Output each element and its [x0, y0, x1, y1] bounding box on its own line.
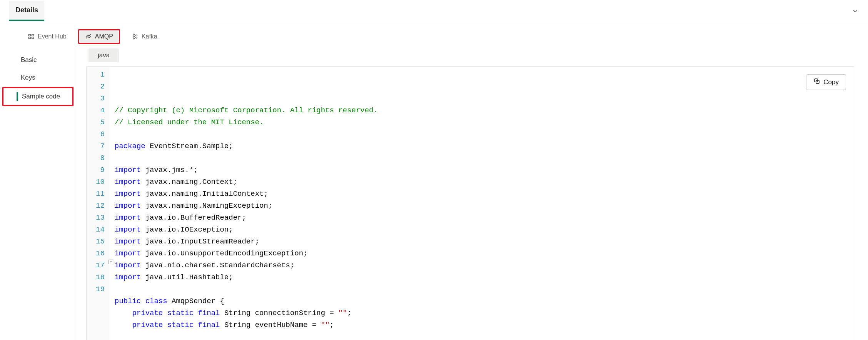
- copy-icon: [813, 78, 820, 87]
- protocol-tab-label: Kafka: [142, 33, 157, 40]
- svg-rect-3: [32, 37, 34, 39]
- main-area: Basic Keys Sample code java Copy: [0, 48, 868, 340]
- code-line: public class AmqpSender {: [115, 295, 848, 307]
- protocol-tabs: Event Hub AMQP Kafka: [0, 22, 868, 48]
- content-area: java Copy 12345678910111213141516171819 …: [76, 48, 868, 340]
- code-line: import javax.naming.InitialContext;: [115, 188, 848, 200]
- svg-point-4: [133, 34, 134, 35]
- kafka-icon: [132, 33, 139, 40]
- svg-rect-1: [32, 35, 34, 36]
- code-line: import java.io.InputStreamReader;: [115, 236, 848, 248]
- code-line: import javax.naming.NamingException;: [115, 200, 848, 212]
- line-number: 11: [96, 188, 105, 200]
- code-body[interactable]: // Copyright (c) Microsoft Corporation. …: [109, 67, 854, 340]
- code-line: // Licensed under the MIT License.: [115, 117, 848, 128]
- code-line: import javax.jms.*;: [115, 164, 848, 176]
- protocol-tab-label: AMQP: [95, 33, 113, 40]
- line-number: 12: [96, 200, 105, 212]
- code-line: // Copyright (c) Microsoft Corporation. …: [115, 105, 848, 117]
- line-number: 8: [96, 152, 105, 164]
- line-number: 4: [96, 105, 105, 117]
- collapse-chevron-icon[interactable]: [852, 8, 859, 15]
- copy-button-label: Copy: [823, 78, 839, 86]
- line-number: 3: [96, 93, 105, 105]
- code-line: import java.io.IOException;: [115, 224, 848, 236]
- line-number: 15: [96, 236, 105, 248]
- svg-rect-2: [28, 37, 30, 39]
- code-line: package EventStream.Sample;: [115, 140, 848, 152]
- amqp-icon: [85, 33, 92, 40]
- svg-rect-0: [28, 35, 30, 36]
- code-line: import java.io.BufferedReader;: [115, 212, 848, 224]
- protocol-tab-eventhub[interactable]: Event Hub: [22, 31, 72, 42]
- eventhub-icon: [28, 33, 35, 40]
- protocol-tab-label: Event Hub: [38, 33, 67, 40]
- line-number: 7: [96, 140, 105, 152]
- sidebar-item-keys[interactable]: Keys: [2, 69, 73, 86]
- line-number: 9: [96, 164, 105, 176]
- protocol-tab-amqp[interactable]: AMQP: [80, 31, 119, 42]
- code-line: import java.io.UnsupportedEncodingExcept…: [115, 248, 848, 260]
- code-line: private static final String connectionSt…: [115, 307, 848, 319]
- sidebar: Basic Keys Sample code: [0, 48, 76, 340]
- code-line: [115, 128, 848, 140]
- line-number: 19: [96, 283, 105, 295]
- line-number: 2: [96, 81, 105, 93]
- line-number: 13: [96, 212, 105, 224]
- code-line: private static final String eventHubName…: [115, 319, 848, 331]
- code-line: import java.nio.charset.StandardCharsets…: [115, 260, 848, 272]
- sidebar-item-sample-code[interactable]: Sample code: [3, 88, 72, 105]
- tab-details[interactable]: Details: [9, 1, 44, 21]
- sidebar-item-wrapper: Basic: [2, 52, 73, 68]
- code-line: [115, 152, 848, 164]
- line-number: 17: [96, 260, 105, 272]
- highlight-amqp: AMQP: [78, 29, 120, 44]
- svg-point-6: [133, 38, 134, 39]
- code-area: 12345678910111213141516171819 // Copyrig…: [87, 67, 854, 340]
- line-number: 14: [96, 224, 105, 236]
- line-number: 16: [96, 248, 105, 260]
- code-line: [115, 283, 848, 295]
- details-header: Details: [0, 0, 868, 22]
- highlight-sample-code: Sample code: [2, 87, 73, 106]
- language-chip-java[interactable]: java: [88, 48, 119, 62]
- svg-point-7: [136, 35, 137, 36]
- svg-line-12: [134, 37, 136, 38]
- line-number: 10: [96, 176, 105, 188]
- fold-toggle-icon[interactable]: −: [108, 260, 113, 264]
- line-number: 18: [96, 272, 105, 283]
- svg-point-8: [136, 37, 137, 38]
- sidebar-item-basic[interactable]: Basic: [2, 52, 73, 68]
- sidebar-item-wrapper: Keys: [2, 69, 73, 86]
- line-gutter: 12345678910111213141516171819: [87, 67, 109, 340]
- line-number: 1: [96, 69, 105, 81]
- code-line: import javax.naming.Context;: [115, 176, 848, 188]
- code-line: import java.util.Hashtable;: [115, 272, 848, 283]
- copy-button[interactable]: Copy: [806, 74, 846, 90]
- protocol-tab-kafka[interactable]: Kafka: [126, 31, 163, 42]
- line-number: 6: [96, 128, 105, 140]
- line-number: 5: [96, 117, 105, 128]
- svg-line-11: [134, 35, 136, 36]
- code-viewer: Copy 12345678910111213141516171819 // Co…: [86, 66, 854, 340]
